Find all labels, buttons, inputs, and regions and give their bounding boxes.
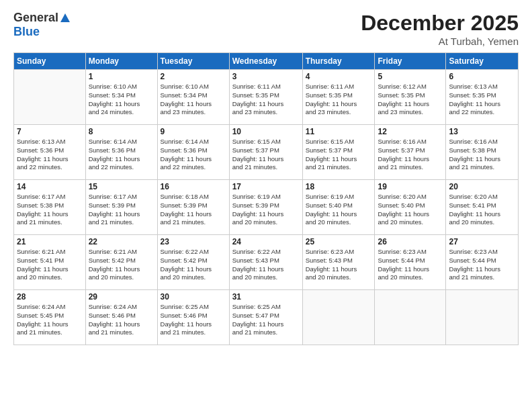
calendar-cell: 26Sunrise: 6:23 AM Sunset: 5:44 PM Dayli… — [375, 235, 446, 290]
calendar-cell: 5Sunrise: 6:12 AM Sunset: 5:35 PM Daylig… — [375, 70, 446, 125]
day-info: Sunrise: 6:15 AM Sunset: 5:37 PM Dayligh… — [232, 138, 300, 172]
day-number: 25 — [306, 237, 372, 246]
day-number: 23 — [161, 237, 226, 246]
column-header-friday: Friday — [375, 53, 446, 70]
day-number: 4 — [306, 72, 372, 81]
day-number: 1 — [89, 72, 154, 81]
calendar-week-3: 14Sunrise: 6:17 AM Sunset: 5:38 PM Dayli… — [14, 180, 519, 235]
calendar-cell: 29Sunrise: 6:24 AM Sunset: 5:46 PM Dayli… — [85, 290, 157, 345]
calendar-week-5: 28Sunrise: 6:24 AM Sunset: 5:45 PM Dayli… — [14, 290, 519, 345]
calendar-cell: 16Sunrise: 6:18 AM Sunset: 5:39 PM Dayli… — [157, 180, 229, 235]
day-info: Sunrise: 6:25 AM Sunset: 5:46 PM Dayligh… — [161, 303, 226, 337]
day-number: 24 — [232, 237, 300, 246]
day-number: 17 — [232, 182, 300, 191]
calendar-cell: 25Sunrise: 6:23 AM Sunset: 5:43 PM Dayli… — [302, 235, 375, 290]
day-info: Sunrise: 6:17 AM Sunset: 5:39 PM Dayligh… — [89, 193, 154, 227]
day-number: 15 — [89, 182, 154, 191]
day-info: Sunrise: 6:23 AM Sunset: 5:43 PM Dayligh… — [306, 248, 372, 282]
calendar-cell: 6Sunrise: 6:13 AM Sunset: 5:35 PM Daylig… — [446, 70, 519, 125]
calendar-cell: 30Sunrise: 6:25 AM Sunset: 5:46 PM Dayli… — [157, 290, 229, 345]
day-info: Sunrise: 6:17 AM Sunset: 5:38 PM Dayligh… — [17, 193, 83, 227]
day-info: Sunrise: 6:11 AM Sunset: 5:35 PM Dayligh… — [306, 83, 372, 117]
logo: General Blue — [13, 11, 70, 39]
calendar-cell: 22Sunrise: 6:21 AM Sunset: 5:42 PM Dayli… — [85, 235, 157, 290]
day-info: Sunrise: 6:18 AM Sunset: 5:39 PM Dayligh… — [161, 193, 226, 227]
calendar-cell: 13Sunrise: 6:16 AM Sunset: 5:38 PM Dayli… — [446, 125, 519, 180]
day-number: 13 — [449, 127, 515, 136]
day-info: Sunrise: 6:20 AM Sunset: 5:41 PM Dayligh… — [449, 193, 515, 227]
calendar-cell: 11Sunrise: 6:15 AM Sunset: 5:37 PM Dayli… — [302, 125, 375, 180]
day-info: Sunrise: 6:24 AM Sunset: 5:45 PM Dayligh… — [17, 303, 83, 337]
title-block: December 2025 At Turbah, Yemen — [361, 11, 519, 47]
day-number: 2 — [161, 72, 226, 81]
calendar-table: SundayMondayTuesdayWednesdayThursdayFrid… — [13, 52, 519, 345]
day-info: Sunrise: 6:11 AM Sunset: 5:35 PM Dayligh… — [232, 83, 300, 117]
month-title: December 2025 — [361, 11, 519, 36]
day-info: Sunrise: 6:10 AM Sunset: 5:34 PM Dayligh… — [161, 83, 226, 117]
day-info: Sunrise: 6:25 AM Sunset: 5:47 PM Dayligh… — [232, 303, 300, 337]
calendar-cell — [375, 290, 446, 345]
day-number: 7 — [17, 127, 83, 136]
calendar-cell: 3Sunrise: 6:11 AM Sunset: 5:35 PM Daylig… — [229, 70, 302, 125]
day-info: Sunrise: 6:21 AM Sunset: 5:42 PM Dayligh… — [89, 248, 154, 282]
day-info: Sunrise: 6:15 AM Sunset: 5:37 PM Dayligh… — [306, 138, 372, 172]
calendar-cell: 27Sunrise: 6:23 AM Sunset: 5:44 PM Dayli… — [446, 235, 519, 290]
day-info: Sunrise: 6:21 AM Sunset: 5:41 PM Dayligh… — [17, 248, 83, 282]
day-info: Sunrise: 6:14 AM Sunset: 5:36 PM Dayligh… — [161, 138, 226, 172]
calendar-cell: 4Sunrise: 6:11 AM Sunset: 5:35 PM Daylig… — [302, 70, 375, 125]
calendar-cell: 14Sunrise: 6:17 AM Sunset: 5:38 PM Dayli… — [14, 180, 86, 235]
day-number: 8 — [89, 127, 154, 136]
calendar-cell: 31Sunrise: 6:25 AM Sunset: 5:47 PM Dayli… — [229, 290, 302, 345]
calendar-cell: 10Sunrise: 6:15 AM Sunset: 5:37 PM Dayli… — [229, 125, 302, 180]
calendar-cell: 18Sunrise: 6:19 AM Sunset: 5:40 PM Dayli… — [302, 180, 375, 235]
day-info: Sunrise: 6:10 AM Sunset: 5:34 PM Dayligh… — [89, 83, 154, 117]
day-info: Sunrise: 6:24 AM Sunset: 5:46 PM Dayligh… — [89, 303, 154, 337]
day-info: Sunrise: 6:13 AM Sunset: 5:36 PM Dayligh… — [17, 138, 83, 172]
day-info: Sunrise: 6:19 AM Sunset: 5:40 PM Dayligh… — [306, 193, 372, 227]
calendar-cell: 28Sunrise: 6:24 AM Sunset: 5:45 PM Dayli… — [14, 290, 86, 345]
calendar-cell: 20Sunrise: 6:20 AM Sunset: 5:41 PM Dayli… — [446, 180, 519, 235]
day-info: Sunrise: 6:13 AM Sunset: 5:35 PM Dayligh… — [449, 83, 515, 117]
day-number: 30 — [161, 292, 226, 302]
page: General Blue December 2025 At Turbah, Ye… — [0, 0, 532, 411]
column-header-wednesday: Wednesday — [229, 53, 302, 70]
location: At Turbah, Yemen — [361, 36, 519, 47]
calendar-cell: 19Sunrise: 6:20 AM Sunset: 5:40 PM Dayli… — [375, 180, 446, 235]
calendar-cell — [446, 290, 519, 345]
day-info: Sunrise: 6:22 AM Sunset: 5:42 PM Dayligh… — [161, 248, 226, 282]
day-number: 6 — [449, 72, 515, 81]
day-number: 27 — [449, 237, 515, 246]
day-number: 28 — [17, 292, 83, 302]
day-number: 19 — [378, 182, 443, 191]
calendar-cell: 17Sunrise: 6:19 AM Sunset: 5:39 PM Dayli… — [229, 180, 302, 235]
column-header-saturday: Saturday — [446, 53, 519, 70]
calendar-cell: 24Sunrise: 6:22 AM Sunset: 5:43 PM Dayli… — [229, 235, 302, 290]
day-number: 3 — [232, 72, 300, 81]
calendar-cell: 15Sunrise: 6:17 AM Sunset: 5:39 PM Dayli… — [85, 180, 157, 235]
day-number: 29 — [89, 292, 154, 302]
day-info: Sunrise: 6:16 AM Sunset: 5:37 PM Dayligh… — [378, 138, 443, 172]
calendar-cell — [14, 70, 86, 125]
calendar-cell: 2Sunrise: 6:10 AM Sunset: 5:34 PM Daylig… — [157, 70, 229, 125]
day-number: 10 — [232, 127, 300, 136]
day-number: 12 — [378, 127, 443, 136]
day-number: 20 — [449, 182, 515, 191]
header: General Blue December 2025 At Turbah, Ye… — [13, 11, 519, 47]
column-header-monday: Monday — [85, 53, 157, 70]
day-number: 18 — [306, 182, 372, 191]
calendar-cell: 23Sunrise: 6:22 AM Sunset: 5:42 PM Dayli… — [157, 235, 229, 290]
day-info: Sunrise: 6:20 AM Sunset: 5:40 PM Dayligh… — [378, 193, 443, 227]
day-number: 31 — [232, 292, 300, 302]
calendar-week-2: 7Sunrise: 6:13 AM Sunset: 5:36 PM Daylig… — [14, 125, 519, 180]
calendar-cell — [302, 290, 375, 345]
calendar-cell: 8Sunrise: 6:14 AM Sunset: 5:36 PM Daylig… — [85, 125, 157, 180]
day-info: Sunrise: 6:22 AM Sunset: 5:43 PM Dayligh… — [232, 248, 300, 282]
day-info: Sunrise: 6:14 AM Sunset: 5:36 PM Dayligh… — [89, 138, 154, 172]
day-info: Sunrise: 6:12 AM Sunset: 5:35 PM Dayligh… — [378, 83, 443, 117]
logo-general: General — [13, 11, 58, 25]
day-number: 9 — [161, 127, 226, 136]
calendar-cell: 12Sunrise: 6:16 AM Sunset: 5:37 PM Dayli… — [375, 125, 446, 180]
day-number: 21 — [17, 237, 83, 246]
calendar-cell: 21Sunrise: 6:21 AM Sunset: 5:41 PM Dayli… — [14, 235, 86, 290]
column-header-tuesday: Tuesday — [157, 53, 229, 70]
